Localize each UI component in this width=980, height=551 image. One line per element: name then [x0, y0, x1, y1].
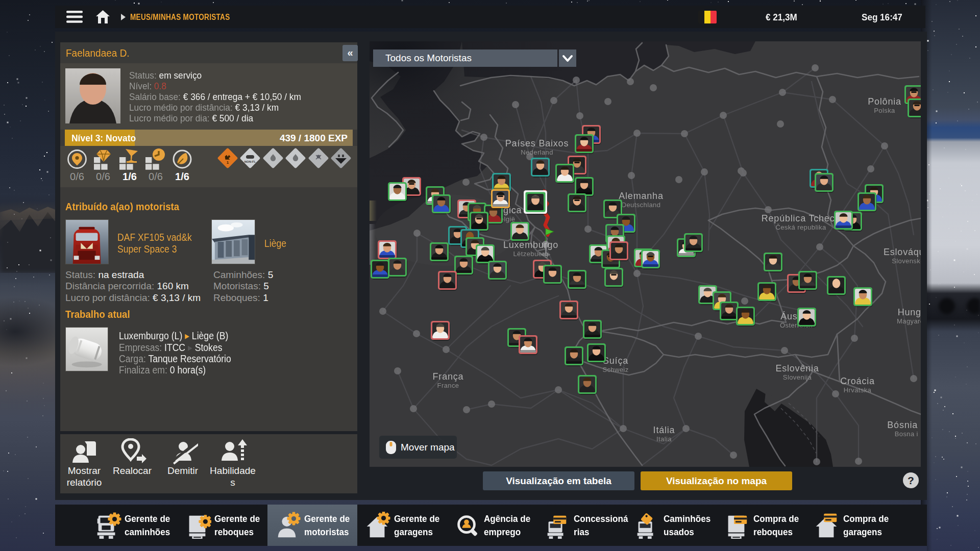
svg-text:Itália: Itália: [653, 425, 675, 435]
svg-text:Croácia: Croácia: [840, 376, 875, 386]
svg-text:Schweiz: Schweiz: [602, 366, 628, 373]
svg-text:France: France: [437, 382, 459, 389]
svg-text:Suíça: Suíça: [603, 356, 628, 366]
svg-text:Magyarorsz: Magyarorsz: [897, 317, 921, 325]
svg-text:Países Baixos: Países Baixos: [505, 138, 569, 148]
svg-text:Bósnia e Herz: Bósnia e Herz: [887, 420, 921, 430]
svg-text:Hungria: Hungria: [898, 307, 921, 317]
svg-text:Italia: Italia: [656, 435, 672, 443]
svg-text:Eslováquia: Eslováquia: [884, 247, 921, 257]
svg-text:NON-FL: NON-FL: [244, 160, 256, 163]
svg-text:1: 1: [227, 160, 229, 165]
svg-text:Deutschland: Deutschland: [622, 201, 661, 209]
svg-text:Eslovênia: Eslovênia: [775, 363, 819, 373]
svg-text:França: França: [433, 371, 464, 382]
svg-text:Polska: Polska: [874, 107, 895, 114]
svg-text:Slovensko: Slovensko: [892, 257, 921, 265]
svg-text:Nederland: Nederland: [521, 148, 553, 156]
svg-text:Bosna i Herceg: Bosna i Herceg: [895, 430, 921, 438]
svg-text:Hrvatska: Hrvatska: [844, 386, 872, 394]
svg-text:Slovenija: Slovenija: [783, 373, 812, 381]
svg-text:República Tcheca: República Tcheca: [762, 213, 841, 223]
svg-text:Polônia: Polônia: [868, 96, 901, 107]
svg-text:Alemanha: Alemanha: [619, 191, 664, 201]
svg-text:Luxemburgo: Luxemburgo: [503, 240, 558, 250]
svg-text:Česká republika: Česká republika: [775, 223, 826, 231]
